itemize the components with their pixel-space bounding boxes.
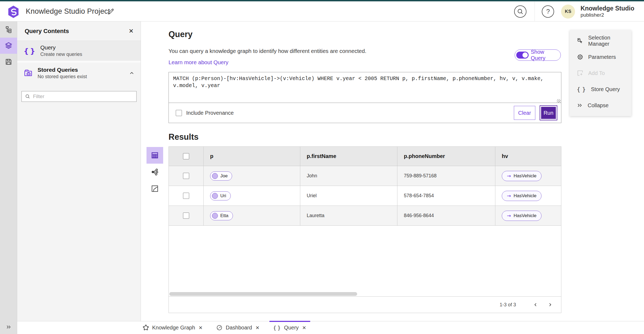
row-checkbox[interactable] bbox=[183, 173, 189, 179]
double-chevron-right-icon bbox=[577, 102, 583, 109]
query-description: You can query a knowledge graph to ident… bbox=[169, 48, 366, 54]
show-query-toggle[interactable]: Show Query bbox=[515, 49, 561, 61]
cell-firstname: Uriel bbox=[300, 186, 397, 206]
knowledge-studio-app: Knowledge Studio Project ? KS Knowledge … bbox=[0, 0, 644, 334]
left-icon-rail bbox=[0, 21, 17, 334]
app-logo-icon[interactable] bbox=[7, 5, 20, 19]
select-all-checkbox[interactable] bbox=[183, 153, 189, 159]
close-tab-icon[interactable]: ✕ bbox=[302, 325, 307, 331]
query-editor-box: MATCH (p:Person)-[hv:HasVehicle]->(v:Veh… bbox=[169, 72, 561, 123]
menu-item-store-query[interactable]: { } Store Query bbox=[570, 81, 631, 97]
stored-queries-description: No stored queries exist bbox=[38, 74, 87, 80]
expand-rail-double-chevron-icon[interactable] bbox=[0, 320, 17, 334]
tab-dashboard[interactable]: Dashboard ✕ bbox=[211, 321, 265, 334]
query-text-input[interactable]: MATCH (p:Person)-[hv:HasVehicle]->(v:Veh… bbox=[169, 72, 561, 103]
panel-title: Query Contents bbox=[25, 28, 69, 35]
menu-item-parameters[interactable]: Parameters bbox=[570, 49, 631, 65]
arrow-right-icon: → bbox=[507, 213, 511, 218]
row-checkbox[interactable] bbox=[183, 193, 189, 199]
braces-icon: { } bbox=[273, 325, 281, 331]
selection-tag-cursor-icon bbox=[577, 37, 584, 44]
toggle-switch-icon[interactable] bbox=[516, 52, 529, 59]
edit-title-pencil-icon[interactable] bbox=[107, 7, 115, 16]
learn-more-link[interactable]: Learn more about Query bbox=[169, 59, 228, 66]
header-divider bbox=[535, 2, 535, 21]
menu-item-collapse[interactable]: Collapse bbox=[570, 97, 631, 113]
show-query-label: Show Query bbox=[531, 49, 557, 61]
clear-button[interactable]: Clear bbox=[514, 106, 535, 120]
pagination-bar: 1-3 of 3 bbox=[169, 296, 561, 313]
query-side-menu: Selection Manager Parameters Add To bbox=[570, 30, 631, 116]
arrow-right-icon: → bbox=[507, 174, 511, 178]
menu-item-add-to: Add To bbox=[570, 65, 631, 81]
column-header-p[interactable]: p bbox=[204, 147, 300, 166]
column-header-phonenumber[interactable]: p.phoneNumber bbox=[397, 147, 495, 166]
save-icon[interactable] bbox=[0, 54, 17, 70]
user-info[interactable]: Knowledge Studio publisher2 bbox=[580, 5, 634, 18]
close-panel-icon[interactable]: ✕ bbox=[129, 28, 134, 34]
help-icon[interactable]: ? bbox=[542, 5, 554, 18]
menu-item-selection-manager[interactable]: Selection Manager bbox=[570, 33, 631, 49]
table-header-row: p p.firstName p.phoneNumber hv bbox=[169, 147, 561, 166]
horizontal-scrollbar bbox=[169, 292, 561, 296]
filter-search-icon bbox=[25, 94, 30, 99]
app-header: Knowledge Studio Project ? KS Knowledge … bbox=[0, 1, 644, 21]
project-title: Knowledge Studio Project bbox=[26, 1, 110, 21]
gauge-icon bbox=[216, 324, 223, 331]
table-row: Uri Uriel 578-654-7854 →HasVehicle bbox=[169, 186, 561, 206]
model-hierarchy-icon[interactable] bbox=[0, 21, 17, 38]
panel-item-stored-queries[interactable]: Stored Queries No stored queries exist bbox=[17, 63, 141, 84]
query-heading: Query bbox=[169, 30, 193, 39]
results-table: p p.firstName p.phoneNumber hv Joe John … bbox=[169, 146, 561, 313]
cell-phonenumber: 846-956-8644 bbox=[397, 206, 495, 225]
node-pill[interactable]: Joe bbox=[210, 171, 232, 181]
row-checkbox[interactable] bbox=[183, 213, 189, 219]
cell-firstname: Lauretta bbox=[300, 206, 397, 225]
scrollbar-thumb[interactable] bbox=[169, 292, 357, 296]
edge-pill[interactable]: →HasVehicle bbox=[502, 171, 541, 181]
cell-phonenumber: 759-889-57168 bbox=[397, 166, 495, 186]
include-provenance-checkbox[interactable] bbox=[176, 110, 182, 116]
user-name: publisher2 bbox=[580, 12, 634, 18]
panel-header: Query Contents ✕ bbox=[17, 21, 141, 41]
node-circle-icon bbox=[212, 173, 218, 179]
node-pill[interactable]: Uri bbox=[210, 191, 231, 200]
chevron-up-icon[interactable] bbox=[129, 70, 135, 76]
graph-pentagon-icon bbox=[142, 324, 149, 331]
node-pill[interactable]: Etta bbox=[210, 211, 233, 220]
stored-queries-label: Stored Queries bbox=[38, 67, 87, 73]
map-view-icon[interactable] bbox=[147, 180, 163, 197]
square-plus-icon bbox=[577, 70, 584, 77]
product-name: Knowledge Studio bbox=[580, 5, 634, 12]
cell-firstname: John bbox=[300, 166, 397, 186]
query-action-row: Include Provenance Clear Run bbox=[169, 103, 561, 123]
stored-folder-icon bbox=[24, 69, 33, 78]
previous-page-chevron-icon[interactable] bbox=[528, 299, 543, 310]
panel-item-query[interactable]: { } Query Create new queries bbox=[17, 41, 141, 63]
table-view-icon[interactable] bbox=[147, 147, 163, 164]
run-button[interactable]: Run bbox=[540, 105, 557, 120]
resize-handle-icon[interactable] bbox=[557, 99, 561, 103]
pagination-range: 1-3 of 3 bbox=[500, 302, 516, 308]
tab-knowledge-graph[interactable]: Knowledge Graph ✕ bbox=[138, 321, 208, 334]
avatar[interactable]: KS bbox=[561, 5, 575, 19]
column-header-firstname[interactable]: p.firstName bbox=[300, 147, 397, 166]
bottom-tab-bar: Knowledge Graph ✕ Dashboard ✕ { } Query … bbox=[17, 321, 644, 334]
header-actions: ? KS Knowledge Studio publisher2 bbox=[514, 1, 644, 21]
node-circle-icon bbox=[212, 213, 218, 219]
column-header-hv[interactable]: hv bbox=[495, 147, 561, 166]
cell-phonenumber: 578-654-7854 bbox=[397, 186, 495, 206]
edge-pill[interactable]: →HasVehicle bbox=[502, 191, 541, 201]
graph-view-icon[interactable] bbox=[147, 164, 163, 180]
edge-pill[interactable]: →HasVehicle bbox=[502, 211, 541, 221]
tab-query[interactable]: { } Query ✕ bbox=[268, 321, 311, 334]
stored-queries-filter bbox=[21, 91, 137, 102]
braces-icon: { } bbox=[577, 86, 586, 93]
search-icon[interactable] bbox=[514, 5, 526, 18]
layers-icon[interactable] bbox=[0, 38, 17, 54]
close-tab-icon[interactable]: ✕ bbox=[255, 325, 260, 331]
close-tab-icon[interactable]: ✕ bbox=[198, 325, 203, 331]
next-page-chevron-icon[interactable] bbox=[543, 299, 557, 310]
filter-input[interactable] bbox=[33, 94, 133, 99]
results-view-switcher bbox=[147, 147, 163, 197]
